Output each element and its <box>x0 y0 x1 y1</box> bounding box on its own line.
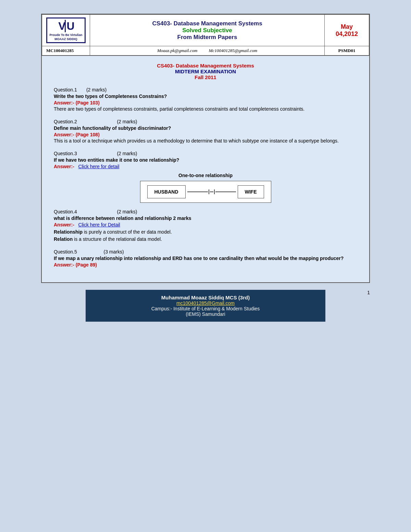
header-table: VU Proude To Be Virtulian MOAAZ SIDDIQ C… <box>42 14 369 56</box>
exam-header: CS403- Database Management Systems MIDTE… <box>54 63 357 80</box>
question-3-number: Question.3 <box>54 151 77 156</box>
page-number: 1 <box>367 290 370 295</box>
question-1-block: Question.1 (2 marks) Write the two types… <box>54 87 357 113</box>
question-2-text-bold: Define main functionality of subtype dis… <box>54 125 171 131</box>
email1: Moaaz.pk@gmail.com <box>157 48 197 53</box>
footer-box: Muhammad Moaaz Siddiq MCS (3rd) mc100401… <box>86 290 325 322</box>
logo-cell: VU Proude To Be Virtulian MOAAZ SIDDIQ <box>42 15 90 46</box>
footer-campus-line2: (IEMS) Samundari <box>99 311 312 317</box>
header-title-cell: CS403- Database Management Systems Solve… <box>90 15 325 46</box>
question-3-block: Question.3 (2 marks) If we have two enti… <box>54 151 357 203</box>
question-1-answer-ref: Answer:- (Page 103) <box>54 100 357 106</box>
erd-connector <box>187 189 236 194</box>
question-3-marks: (2 marks) <box>117 151 137 156</box>
page-footer: Muhammad Moaaz Siddiq MCS (3rd) mc100401… <box>41 290 370 322</box>
right-tick <box>214 189 215 194</box>
question-2-text: Define main functionality of subtype dis… <box>54 125 357 131</box>
header-date: May 04,2012 <box>329 23 365 38</box>
question-2-block: Question.2 (2 marks) Define main functio… <box>54 119 357 145</box>
question-2-answer-body: This is a tool or a technique which prov… <box>54 137 357 145</box>
content-area: CS403- Database Management Systems MIDTE… <box>42 56 369 282</box>
question-3-answer-line: Answer:- Click here for detail <box>54 164 357 169</box>
question-1-header: Question.1 (2 marks) <box>54 87 357 92</box>
question-2-marks: (2 marks) <box>117 119 137 124</box>
header-title-line3: From Midterm Papers <box>94 34 320 41</box>
question-4-answer-link[interactable]: Click here for Detail <box>78 222 120 227</box>
header-title-line1: CS403- Database Management Systems <box>94 20 320 27</box>
question-4-header: Question.4 (2 marks) <box>54 209 357 214</box>
center-line <box>210 191 213 192</box>
vu-logo: VU Proude To Be Virtulian MOAAZ SIDDIQ <box>46 17 85 43</box>
question-4-text: what is difference between relation and … <box>54 215 357 221</box>
question-5-number: Question.5 <box>54 249 77 255</box>
exam-title-1: CS403- Database Management Systems <box>54 63 357 69</box>
main-document: VU Proude To Be Virtulian MOAAZ SIDDIQ C… <box>41 14 370 283</box>
question-1-answer-body: There are two types of completeness cons… <box>54 106 357 113</box>
psmd-code: PSMD01 <box>325 46 369 56</box>
footer-campus-line1: Campus:- Institute of E-Learning & Moder… <box>99 306 312 311</box>
question-3-header: Question.3 (2 marks) <box>54 151 357 156</box>
erd-diagram-container: One-to-one relationship HUSBAND WIFE <box>54 173 357 203</box>
question-2-answer-ref: Answer:- (Page 108) <box>54 132 357 137</box>
exam-title-3: Fall 2011 <box>54 74 357 80</box>
question-5-text: If we map a unary relationship into rela… <box>54 256 357 261</box>
question-2-header: Question.2 (2 marks) <box>54 119 357 124</box>
relationship-bold: Relationship <box>54 229 83 235</box>
question-5-header: Question.5 (3 marks) <box>54 249 357 255</box>
question-4-block: Question.4 (2 marks) what is difference … <box>54 209 357 243</box>
question-5-text-bold: If we map a unary relationship into rela… <box>54 256 344 261</box>
relation-rest: is a structure of the relational data mo… <box>73 236 162 242</box>
question-3-text-bold: If we have two entities make it one to o… <box>54 157 179 163</box>
question-3-answer-link[interactable]: Click here for detail <box>78 164 120 169</box>
question-4-answer-line: Answer:- Click here for Detail <box>54 222 357 227</box>
right-line <box>215 191 236 192</box>
logo-subtitle1: Proude To Be Virtulian <box>49 33 82 37</box>
relationship-rest: is purely a construct of the er data mod… <box>83 229 172 235</box>
mc-number: MC100401285 <box>42 46 90 56</box>
question-4-text-bold: what is difference between relation and … <box>54 215 191 221</box>
diagram-title: One-to-one relationship <box>54 173 357 178</box>
question-5-marks: (3 marks) <box>104 249 124 255</box>
question-2-number: Question.2 <box>54 119 77 124</box>
question-4-answer-line1: Relationship is purely a construct of th… <box>54 228 357 236</box>
logo-subtitle2: MOAAZ SIDDIQ <box>49 37 82 41</box>
question-1-number: Question.1 <box>54 87 77 92</box>
erd-entity-husband: HUSBAND <box>147 185 186 198</box>
erd-entity-wife: WIFE <box>238 185 264 198</box>
footer-name: Muhammad Moaaz Siddiq MCS (3rd) <box>99 295 312 300</box>
exam-title-2: MIDTERM EXAMINATION <box>54 69 357 74</box>
header-emails: Moaaz.pk@gmail.com Mc100401285@gmail.com <box>90 46 325 56</box>
question-4-number: Question.4 <box>54 209 77 214</box>
relation-bold: Relation <box>54 236 73 242</box>
question-1-text: Write the two types of Completeness Cons… <box>54 94 357 99</box>
question-3-answer-prefix: Answer:- <box>54 164 74 169</box>
email2: Mc100401285@gmail.com <box>209 48 258 53</box>
question-3-text: If we have two entities make it one to o… <box>54 157 357 163</box>
question-4-answer-prefix: Answer:- <box>54 222 74 227</box>
left-line <box>187 191 208 192</box>
question-4-marks: (2 marks) <box>117 209 137 214</box>
erd-diagram: HUSBAND WIFE <box>140 181 271 203</box>
question-4-answer-line2: Relation is a structure of the relationa… <box>54 236 357 243</box>
question-1-marks: (2 marks) <box>86 87 107 92</box>
left-tick <box>209 189 209 194</box>
erd-line-inner <box>187 189 236 194</box>
question-1-text-bold: Write the two types of Completeness Cons… <box>54 94 167 99</box>
header-title-line2: Solved Subjective <box>94 27 320 34</box>
question-5-block: Question.5 (3 marks) If we map a unary r… <box>54 249 357 268</box>
header-date-cell: May 04,2012 <box>325 15 369 46</box>
question-5-answer-ref: Answer:- (Page 89) <box>54 262 357 268</box>
footer-email: mc100401285@Gmail.com <box>99 300 312 306</box>
